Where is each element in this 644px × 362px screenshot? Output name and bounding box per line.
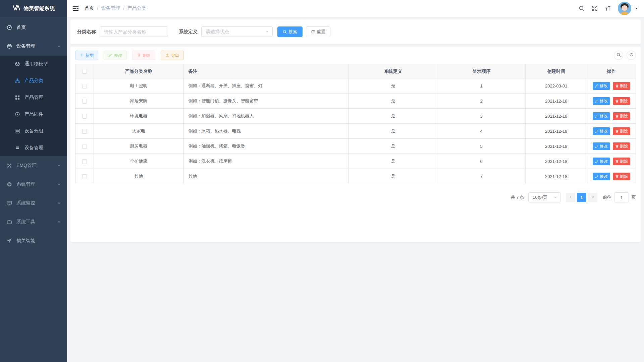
row-edit-button[interactable]: 修改 [593, 158, 610, 165]
search-icon [283, 30, 287, 34]
row-checkbox[interactable] [82, 159, 87, 164]
avatar[interactable] [618, 2, 631, 15]
breadcrumb-separator: / [123, 6, 124, 11]
refresh-table-button[interactable] [627, 51, 636, 60]
page-size-select[interactable]: 10条/页 [528, 192, 560, 202]
select-all-checkbox[interactable] [82, 69, 87, 74]
sidebar-item-product-management[interactable]: 产品管理 [0, 89, 67, 106]
sidebar-item-label: 系统监控 [16, 200, 57, 206]
cell-category-name: 厨房电器 [94, 139, 183, 154]
row-checkbox[interactable] [82, 99, 87, 104]
cell-created-time: 2022-03-01 [525, 78, 587, 94]
app-logo[interactable]: 物美智能系统 [0, 0, 67, 17]
row-edit-button[interactable]: 修改 [593, 142, 610, 150]
cell-system-defined: 是 [349, 94, 437, 109]
sidebar-item-home[interactable]: 首页 [0, 18, 67, 37]
trash-icon [615, 114, 619, 118]
table-row: 家居安防 例如：智能门锁、摄像头、智能窗帘 是 2 2021-12-18 修改 [75, 94, 636, 109]
add-button[interactable]: 新增 [75, 51, 98, 60]
delete-button[interactable]: 删除 [132, 51, 155, 60]
chevron-down-icon [57, 164, 61, 168]
row-edit-button[interactable]: 修改 [593, 112, 610, 120]
cell-created-time: 2021-12-18 [525, 154, 587, 169]
row-delete-button[interactable]: 删除 [613, 158, 630, 165]
cell-system-defined: 是 [349, 109, 437, 124]
row-delete-button[interactable]: 删除 [613, 173, 630, 180]
row-delete-button[interactable]: 删除 [613, 127, 630, 135]
sidebar-item-emq-management[interactable]: EMQ管理 [0, 156, 67, 175]
cell-display-order: 7 [437, 169, 525, 184]
prev-page-button[interactable] [566, 193, 575, 202]
row-checkbox[interactable] [82, 144, 87, 149]
filter-panel: 分类名称 系统定义 请选择状态 搜索 重置 [70, 19, 641, 44]
fullscreen-icon[interactable] [592, 5, 598, 11]
breadcrumb-home[interactable]: 首页 [85, 5, 94, 11]
row-checkbox[interactable] [82, 174, 87, 179]
sidebar-item-product-category[interactable]: 产品分类 [0, 72, 67, 89]
search-button[interactable]: 搜索 [277, 26, 303, 37]
cell-remark: 例如：油烟机、烤箱、电饭煲 [183, 139, 349, 154]
sidebar-item-system-management[interactable]: 系统管理 [0, 175, 67, 194]
sidebar-collapse-icon[interactable] [72, 5, 79, 12]
col-category-name: 产品分类名称 [94, 64, 183, 78]
row-edit-button[interactable]: 修改 [593, 97, 610, 105]
row-delete-button[interactable]: 删除 [613, 97, 630, 105]
page-jump-input[interactable] [614, 192, 629, 202]
dashboard-icon [7, 25, 12, 30]
row-checkbox[interactable] [82, 84, 87, 88]
sidebar-item-label: 产品分类 [24, 78, 61, 84]
chevron-down-icon [57, 182, 61, 186]
toggle-search-button[interactable] [614, 51, 623, 60]
user-menu[interactable] [618, 2, 639, 15]
sidebar-item-thing-model[interactable]: 通用物模型 [0, 56, 67, 72]
row-edit-button[interactable]: 修改 [593, 173, 610, 180]
sidebar-item-product-firmware[interactable]: 产品固件 [0, 106, 67, 123]
system-defined-select[interactable]: 请选择状态 [201, 26, 273, 37]
product-category-table: 产品分类名称 备注 系统定义 显示顺序 创建时间 操作 [75, 64, 636, 184]
trash-icon [615, 160, 619, 163]
gear-icon [7, 182, 12, 187]
sidebar-item-label: 设备分组 [24, 128, 61, 134]
edit-button[interactable]: 修改 [104, 51, 127, 60]
app-title: 物美智能系统 [24, 5, 55, 12]
export-button[interactable]: 导出 [161, 51, 184, 60]
row-checkbox[interactable] [82, 114, 87, 119]
edit-icon [595, 144, 599, 148]
cell-category-name: 电工照明 [94, 78, 183, 94]
sidebar-item-system-tools[interactable]: 系统工具 [0, 213, 67, 231]
sidebar-item-device-management[interactable]: 设备管理 [0, 37, 67, 56]
cell-created-time: 2021-12-18 [525, 169, 587, 184]
page-number-button[interactable]: 1 [577, 193, 586, 202]
pagination-total: 共 7 条 [511, 194, 524, 200]
category-name-label: 分类名称 [77, 29, 96, 35]
cell-system-defined: 是 [349, 169, 437, 184]
caret-down-icon[interactable] [635, 6, 639, 10]
sidebar: 物美智能系统 首页 设备管理 通用物模型 [0, 0, 67, 362]
sidebar-item-system-monitor[interactable]: 系统监控 [0, 194, 67, 213]
cell-remark: 例如：洗衣机、按摩椅 [183, 154, 349, 169]
chevron-down-icon [265, 29, 269, 34]
nodes-icon [7, 163, 12, 168]
font-size-icon[interactable] [605, 5, 611, 11]
cell-remark: 例如：智能门锁、摄像头、智能窗帘 [183, 94, 349, 109]
paper-plane-icon [7, 238, 12, 243]
trash-icon [615, 175, 619, 178]
row-edit-button[interactable]: 修改 [593, 82, 610, 90]
row-delete-button[interactable]: 删除 [613, 82, 630, 90]
sidebar-item-wumei-smart[interactable]: 物美智能 [0, 231, 67, 250]
row-edit-button[interactable]: 修改 [593, 127, 610, 135]
sidebar-item-label: 通用物模型 [24, 61, 61, 67]
category-name-input[interactable] [100, 26, 168, 37]
sidebar-item-label: EMQ管理 [16, 163, 57, 169]
sidebar-item-label: 产品管理 [24, 95, 61, 101]
header-search-icon[interactable] [579, 5, 585, 11]
row-checkbox[interactable] [82, 129, 87, 134]
row-delete-button[interactable]: 删除 [613, 112, 630, 120]
row-delete-button[interactable]: 删除 [613, 142, 630, 150]
sidebar-item-device-group[interactable]: 设备分组 [0, 123, 67, 139]
cell-display-order: 4 [437, 124, 525, 139]
next-page-button[interactable] [588, 193, 597, 202]
sidebar-item-device-manage[interactable]: 设备管理 [0, 139, 67, 156]
reset-button[interactable]: 重置 [306, 26, 330, 37]
chevron-left-icon [569, 195, 573, 200]
